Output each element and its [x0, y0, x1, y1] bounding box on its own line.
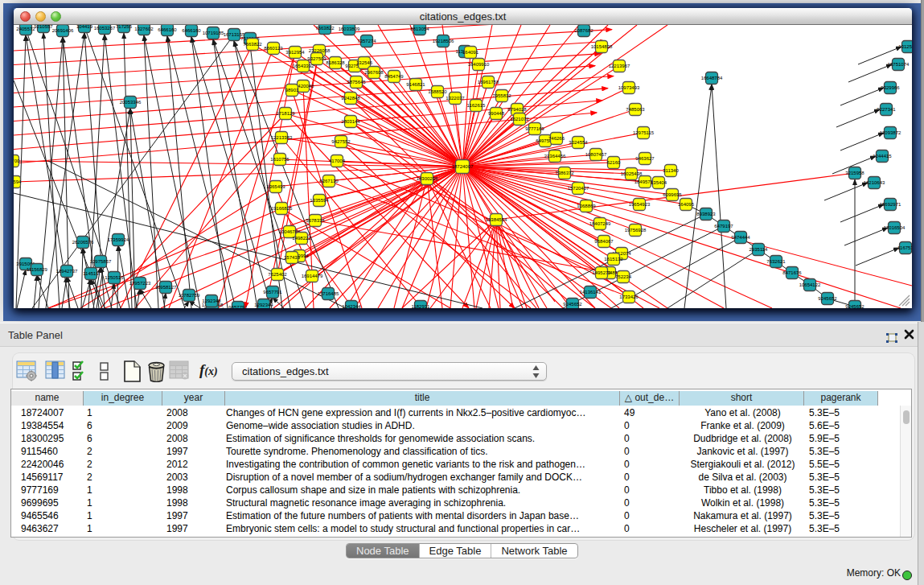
svg-text:21364456: 21364456 — [544, 154, 566, 159]
svg-text:7357274: 7357274 — [357, 39, 376, 43]
svg-text:1162615: 1162615 — [467, 103, 487, 108]
svg-text:2967608: 2967608 — [364, 70, 384, 75]
svg-text:10719185: 10719185 — [203, 31, 224, 35]
svg-text:1588520: 1588520 — [428, 89, 447, 94]
svg-text:15692971: 15692971 — [880, 202, 901, 207]
svg-text:1495279: 1495279 — [592, 270, 611, 275]
svg-text:114519: 114519 — [83, 271, 99, 276]
svg-text:1365493: 1365493 — [266, 184, 285, 189]
svg-text:16053267: 16053267 — [94, 26, 116, 31]
svg-text:6466160: 6466160 — [158, 27, 177, 32]
svg-text:12975115: 12975115 — [633, 130, 655, 135]
svg-text:8267130: 8267130 — [319, 179, 339, 183]
svg-text:9329966: 9329966 — [881, 85, 900, 90]
svg-text:16961758: 16961758 — [478, 80, 499, 84]
svg-text:7485063: 7485063 — [626, 107, 645, 112]
svg-text:2935114: 2935114 — [749, 247, 769, 252]
svg-text:2405572: 2405572 — [16, 27, 35, 31]
svg-text:1733426: 1733426 — [619, 295, 639, 299]
svg-text:10654122: 10654122 — [799, 282, 821, 287]
svg-text:19218506: 19218506 — [433, 39, 454, 43]
svg-text:132546: 132546 — [356, 60, 373, 65]
svg-text:1182931: 1182931 — [412, 304, 431, 309]
svg-text:3912954: 3912954 — [285, 50, 305, 55]
svg-text:1621072: 1621072 — [510, 117, 529, 122]
svg-text:746266: 746266 — [548, 136, 565, 141]
svg-text:9245652: 9245652 — [563, 302, 582, 307]
svg-text:8186328: 8186328 — [326, 60, 345, 65]
svg-text:1327602: 1327602 — [134, 27, 154, 31]
svg-text:10973493: 10973493 — [618, 85, 640, 90]
svg-text:7663822: 7663822 — [315, 26, 335, 31]
svg-text:16210643: 16210643 — [864, 180, 885, 185]
svg-text:3215958: 3215958 — [845, 171, 864, 175]
svg-text:19756928: 19756928 — [625, 228, 647, 233]
svg-text:18407249: 18407249 — [589, 221, 611, 226]
svg-text:5678334: 5678334 — [306, 218, 325, 223]
svg-text:8471676: 8471676 — [782, 270, 802, 275]
svg-text:10975857: 10975857 — [90, 259, 112, 264]
svg-text:1292344: 1292344 — [254, 303, 273, 307]
svg-text:9463627: 9463627 — [635, 156, 655, 161]
svg-text:9427552: 9427552 — [331, 139, 351, 144]
svg-text:1250515: 1250515 — [105, 275, 124, 280]
svg-text:164095: 164095 — [678, 202, 695, 207]
svg-text:1610755: 1610755 — [270, 157, 290, 162]
svg-text:10807457: 10807457 — [585, 152, 607, 157]
svg-text:16543392: 16543392 — [293, 64, 314, 68]
svg-text:8454749: 8454749 — [384, 74, 404, 79]
svg-text:19384554: 19384554 — [486, 217, 507, 222]
svg-text:2087682: 2087682 — [574, 28, 593, 33]
svg-text:1312548: 1312548 — [898, 44, 918, 49]
svg-text:1335594: 1335594 — [310, 198, 329, 203]
svg-text:15720407: 15720407 — [568, 186, 589, 191]
svg-text:7386372: 7386372 — [555, 171, 574, 175]
svg-text:717255: 717255 — [116, 24, 133, 29]
svg-text:10782759: 10782759 — [179, 293, 200, 298]
svg-text:9245652: 9245652 — [845, 304, 864, 309]
svg-text:990448: 990448 — [488, 111, 505, 116]
svg-text:1244415: 1244415 — [873, 154, 892, 159]
svg-text:135404: 135404 — [651, 180, 667, 185]
svg-text:311340: 311340 — [663, 168, 679, 173]
svg-text:26206576: 26206576 — [72, 240, 94, 245]
svg-text:17359924: 17359924 — [108, 237, 129, 242]
svg-text:41700: 41700 — [6, 159, 20, 163]
svg-text:2718129: 2718129 — [276, 111, 295, 116]
svg-text:116753: 116753 — [897, 245, 914, 250]
svg-text:12213383: 12213383 — [271, 135, 293, 140]
svg-text:14136141: 14136141 — [580, 290, 602, 295]
svg-text:9657791: 9657791 — [263, 290, 282, 295]
svg-text:3875645: 3875645 — [347, 80, 366, 84]
svg-text:7663822: 7663822 — [243, 42, 262, 47]
svg-text:16409910: 16409910 — [468, 62, 490, 67]
svg-text:9684067: 9684067 — [594, 239, 614, 244]
svg-text:9245652: 9245652 — [818, 296, 837, 301]
svg-text:12942737: 12942737 — [56, 269, 78, 274]
svg-text:15716485: 15716485 — [318, 291, 339, 296]
svg-text:6466160: 6466160 — [182, 28, 201, 33]
svg-text:10154838: 10154838 — [591, 44, 613, 49]
svg-text:9227341: 9227341 — [877, 107, 896, 112]
svg-text:6479197: 6479197 — [714, 224, 733, 229]
svg-text:16914479: 16914479 — [302, 274, 323, 278]
svg-text:98901: 98901 — [285, 88, 299, 93]
svg-text:3024554: 3024554 — [569, 140, 588, 145]
svg-text:417004: 417004 — [329, 159, 346, 163]
svg-text:7632621: 7632621 — [766, 259, 786, 264]
svg-text:7955812: 7955812 — [492, 93, 511, 98]
svg-text:20053346: 20053346 — [120, 100, 142, 105]
svg-text:752234: 752234 — [615, 274, 632, 279]
svg-text:17016504: 17016504 — [884, 225, 906, 230]
svg-text:9210557: 9210557 — [34, 24, 53, 29]
svg-text:62160: 62160 — [607, 160, 621, 165]
svg-text:12093872: 12093872 — [880, 130, 901, 135]
svg-text:104419: 104419 — [76, 24, 93, 29]
svg-text:1068869: 1068869 — [577, 204, 596, 208]
svg-text:15751074: 15751074 — [888, 62, 910, 67]
svg-text:53594: 53594 — [8, 179, 22, 184]
svg-text:16033809: 16033809 — [339, 27, 360, 31]
svg-text:9146821: 9146821 — [406, 82, 425, 87]
svg-text:8938923: 8938923 — [696, 212, 716, 216]
svg-text:9777169: 9777169 — [525, 126, 544, 131]
